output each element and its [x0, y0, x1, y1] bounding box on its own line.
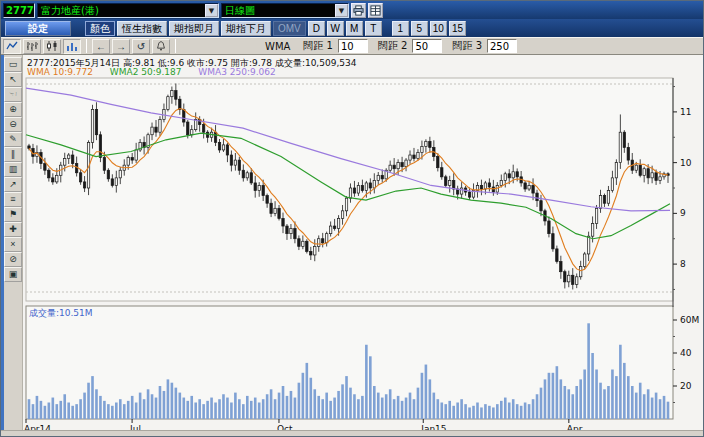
wma-label: WMA [265, 41, 290, 52]
move-icon: ✚ [9, 224, 17, 234]
region-select-icon: ▭ [9, 59, 18, 69]
quote-table-button[interactable] [368, 3, 383, 18]
flag-icon: ⚑ [9, 209, 17, 219]
main-toolbar: 設定 顏色 恆生指數 期指即月 期指下月 OMV D W M T 1 5 10 … [1, 19, 704, 37]
period-1min-button[interactable]: 1 [392, 21, 409, 36]
volume-pane-toggle-button[interactable] [63, 39, 81, 54]
chevron-down-icon[interactable]: ▼ [335, 4, 348, 17]
scroll-right-button[interactable]: → [112, 39, 130, 54]
angle-line-icon: ↗ [9, 179, 17, 189]
settings-button[interactable]: 設定 [5, 21, 71, 36]
line-chart-icon [6, 41, 18, 51]
width1-label: 闊距 1 [303, 39, 333, 53]
text-note-tool[interactable]: ▣ [4, 267, 22, 282]
erase-annotation-tool[interactable]: ⊘ [4, 252, 22, 267]
trendline-icon: ✎ [9, 134, 17, 144]
pan-tool[interactable]: ☜ [4, 87, 22, 102]
print-button[interactable] [351, 3, 366, 18]
stock-name-value: 富力地産(港) [38, 4, 205, 17]
svg-text:8: 8 [680, 259, 686, 269]
delete-annotation-tool[interactable]: × [4, 237, 22, 252]
trendline-tool[interactable]: ✎ [4, 132, 22, 147]
line-chart-type-button[interactable] [3, 39, 21, 54]
wma2-value: WMA2 50:9.187 [110, 67, 182, 77]
horizontal-lines-icon: ≡ [10, 194, 15, 204]
eraser-icon: ⊘ [9, 254, 17, 264]
toolbar-divider [86, 39, 87, 53]
volume-bars-icon [66, 41, 78, 51]
svg-text:10: 10 [680, 158, 692, 168]
period-weekly-button[interactable]: W [327, 21, 344, 36]
text-note-icon: ▣ [9, 269, 18, 279]
refresh-button[interactable]: ↺ [132, 39, 150, 54]
width2-label: 闊距 2 [378, 39, 408, 53]
horizontal-lines-tool[interactable]: ≡ [4, 192, 22, 207]
svg-text:40: 40 [680, 348, 692, 358]
alert-button[interactable] [152, 39, 170, 54]
pointer-icon: ↖ [9, 74, 17, 84]
chevron-down-icon[interactable]: ▼ [205, 4, 218, 17]
status-strip [1, 430, 704, 436]
printer-icon [353, 5, 364, 16]
chart-period-value: 日線圖 [222, 4, 335, 17]
period-10min-button[interactable]: 10 [430, 21, 447, 36]
period-daily-button[interactable]: D [308, 21, 325, 36]
width1-input[interactable] [338, 39, 368, 53]
stock-name-dropdown[interactable]: 富力地産(港) ▼ [37, 3, 219, 18]
svg-text:60M: 60M [680, 315, 699, 325]
toolbar-divider [175, 39, 176, 53]
zoom-in-tool[interactable]: ⊕ [4, 102, 22, 117]
hsi-button[interactable]: 恆生指數 [117, 21, 167, 36]
svg-text:20: 20 [680, 381, 692, 391]
candlestick-icon [46, 41, 58, 51]
flag-tool[interactable]: ⚑ [4, 207, 22, 222]
region-select-tool[interactable]: ▭ [4, 57, 22, 72]
ohlc-bars-icon [26, 41, 38, 51]
vertical-lines-icon: ▥ [9, 164, 18, 174]
pointer-tool[interactable]: ↖ [4, 72, 22, 87]
scroll-left-button[interactable]: ← [92, 39, 110, 54]
title-toolbar: 2777 富力地産(港) ▼ 日線圖 ▼ [1, 1, 704, 19]
period-monthly-button[interactable]: M [346, 21, 363, 36]
parallel-lines-icon: ∥ [11, 149, 16, 159]
svg-text:9: 9 [680, 208, 686, 218]
drawing-tools-sidebar: ▭ ↖ ☜ ⊕ ⊖ ✎ ∥ ▥ ↗ ≡ ⚑ ✚ × ⊘ ▣ [1, 55, 23, 437]
wma1-value: WMA 10:9.772 [27, 67, 93, 77]
width3-input[interactable] [487, 39, 517, 53]
candlestick-volume-chart[interactable]: 11109860M4020成交量:10.51MApr14JulOctJan15A… [23, 55, 704, 437]
chart-options-toolbar: ← → ↺ WMA 闊距 1 闊距 2 闊距 3 [1, 37, 704, 55]
angle-line-tool[interactable]: ↗ [4, 177, 22, 192]
width2-input[interactable] [412, 39, 442, 53]
zoom-out-icon: ⊖ [9, 119, 17, 129]
ohlc-chart-type-button[interactable] [23, 39, 41, 54]
move-annotation-tool[interactable]: ✚ [4, 222, 22, 237]
period-5min-button[interactable]: 5 [411, 21, 428, 36]
wma-values-line: WMA 10:9.772 WMA2 50:9.187 WMA3 250:9.06… [27, 67, 290, 77]
futures-current-month-button[interactable]: 期指即月 [169, 21, 219, 36]
delete-x-icon: × [10, 239, 15, 249]
width3-label: 闊距 3 [452, 39, 482, 53]
pan-hand-icon: ☜ [9, 89, 17, 99]
candle-chart-type-button[interactable] [43, 39, 61, 54]
stock-chart-app: 2777 富力地産(港) ▼ 日線圖 ▼ 設定 顏色 [0, 0, 704, 437]
futures-next-month-button[interactable]: 期指下月 [221, 21, 271, 36]
period-15min-button[interactable]: 15 [449, 21, 466, 36]
alert-bell-icon [156, 41, 166, 51]
parallel-lines-tool[interactable]: ∥ [4, 147, 22, 162]
wma3-value: WMA3 250:9.062 [198, 67, 275, 77]
vertical-lines-tool[interactable]: ▥ [4, 162, 22, 177]
stock-code-display: 2777 [3, 3, 35, 18]
data-table-icon [370, 5, 381, 16]
zoom-in-icon: ⊕ [9, 104, 17, 114]
chart-panel: 2777:2015年5月14日 高:9.81 低:9.6 收市:9.75 開市:… [23, 55, 704, 437]
svg-text:成交量:10.51M: 成交量:10.51M [29, 308, 93, 318]
omv-button: OMV [273, 21, 306, 36]
zoom-out-tool[interactable]: ⊖ [4, 117, 22, 132]
chart-period-dropdown[interactable]: 日線圖 ▼ [221, 3, 349, 18]
color-button[interactable]: 顏色 [85, 21, 115, 36]
period-tick-button[interactable]: T [365, 21, 382, 36]
svg-text:11: 11 [680, 107, 691, 117]
